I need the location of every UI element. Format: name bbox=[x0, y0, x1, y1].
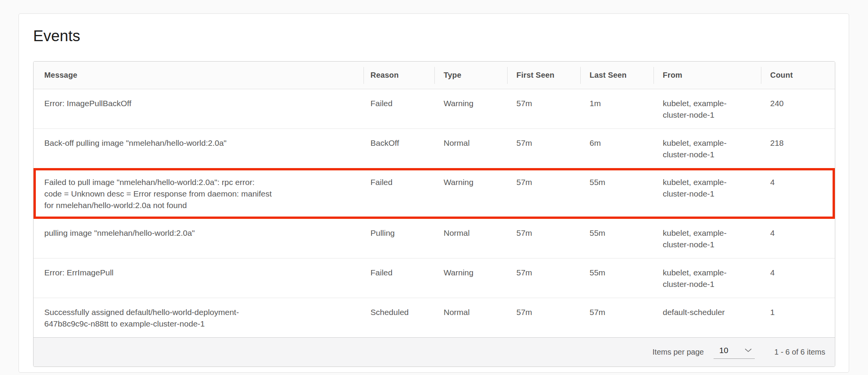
cell-text-last_seen: 55m bbox=[590, 267, 650, 278]
items-per-page-select[interactable]: 10 bbox=[714, 346, 755, 359]
cell-text-first_seen: 57m bbox=[516, 267, 576, 278]
cell-text-message: Error: ErrImagePull bbox=[44, 267, 273, 278]
cell-text-message: Successfully assigned default/hello-worl… bbox=[44, 307, 273, 330]
events-table: MessageReasonTypeFirst SeenLast SeenFrom… bbox=[33, 61, 835, 367]
cell-type: Normal bbox=[434, 219, 507, 258]
column-header-from: From bbox=[654, 62, 761, 89]
column-header-first_seen: First Seen bbox=[507, 62, 580, 89]
cell-text-last_seen: 1m bbox=[590, 98, 650, 109]
cell-first_seen: 57m bbox=[507, 298, 580, 337]
cell-message: Back-off pulling image "nmelehan/hello-w… bbox=[34, 129, 364, 168]
cell-reason: Pulling bbox=[364, 219, 434, 258]
cell-last_seen: 55m bbox=[580, 258, 654, 298]
cell-count: 1 bbox=[761, 298, 835, 337]
cell-first_seen: 57m bbox=[507, 219, 580, 258]
cell-text-type: Normal bbox=[444, 137, 503, 149]
table-row[interactable]: Back-off pulling image "nmelehan/hello-w… bbox=[34, 128, 835, 168]
cell-message: Failed to pull image "nmelehan/hello-wor… bbox=[36, 170, 364, 217]
items-per-page-value: 10 bbox=[719, 346, 728, 355]
table-row-highlighted[interactable]: Failed to pull image "nmelehan/hello-wor… bbox=[34, 168, 835, 219]
cell-type: Normal bbox=[434, 298, 507, 337]
cell-type: Warning bbox=[434, 89, 507, 128]
column-header-count: Count bbox=[761, 62, 835, 89]
cell-text-message: Error: ImagePullBackOff bbox=[44, 98, 273, 109]
cell-from: kubelet, example-cluster-node-1 bbox=[654, 89, 761, 128]
cell-last_seen: 6m bbox=[580, 129, 654, 168]
cell-text-count: 4 bbox=[770, 267, 831, 278]
cell-first_seen: 57m bbox=[507, 258, 580, 298]
cell-message: Successfully assigned default/hello-worl… bbox=[34, 298, 364, 337]
cell-text-reason: Failed bbox=[370, 177, 431, 188]
cell-text-count: 240 bbox=[770, 98, 831, 109]
cell-text-type: Warning bbox=[444, 98, 503, 109]
cell-text-first_seen: 57m bbox=[516, 227, 576, 239]
table-row[interactable]: Error: ImagePullBackOffFailedWarning57m1… bbox=[34, 89, 835, 128]
cell-first_seen: 57m bbox=[507, 170, 580, 217]
cell-last_seen: 55m bbox=[580, 219, 654, 258]
table-body: Error: ImagePullBackOffFailedWarning57m1… bbox=[34, 89, 835, 337]
cell-reason: Failed bbox=[364, 89, 434, 128]
cell-text-last_seen: 55m bbox=[590, 177, 650, 188]
cell-message: pulling image "nmelehan/hello-world:2.0a… bbox=[34, 219, 364, 258]
cell-last_seen: 57m bbox=[580, 298, 654, 337]
cell-message: Error: ImagePullBackOff bbox=[34, 89, 364, 128]
cell-text-reason: Failed bbox=[370, 98, 431, 109]
cell-text-from: kubelet, example-cluster-node-1 bbox=[663, 267, 747, 290]
cell-text-from: kubelet, example-cluster-node-1 bbox=[663, 227, 747, 250]
cell-text-from: kubelet, example-cluster-node-1 bbox=[663, 177, 747, 200]
cell-count: 218 bbox=[761, 129, 835, 168]
cell-count: 4 bbox=[761, 219, 835, 258]
cell-text-count: 1 bbox=[770, 307, 831, 318]
cell-text-last_seen: 6m bbox=[590, 137, 650, 149]
cell-text-from: default-scheduler bbox=[663, 307, 747, 318]
items-per-page-label: Items per page bbox=[652, 348, 704, 357]
column-header-type: Type bbox=[434, 62, 507, 89]
cell-count: 240 bbox=[761, 89, 835, 128]
cell-text-first_seen: 57m bbox=[516, 307, 576, 318]
cell-from: kubelet, example-cluster-node-1 bbox=[654, 129, 761, 168]
table-row[interactable]: Error: ErrImagePullFailedWarning57m55mku… bbox=[34, 258, 835, 298]
column-header-message: Message bbox=[34, 62, 364, 89]
table-row[interactable]: Successfully assigned default/hello-worl… bbox=[34, 298, 835, 337]
cell-count: 4 bbox=[761, 170, 833, 217]
column-header-reason: Reason bbox=[364, 62, 434, 89]
cell-type: Normal bbox=[434, 129, 507, 168]
cell-text-reason: BackOff bbox=[370, 137, 431, 149]
cell-text-first_seen: 57m bbox=[516, 177, 576, 188]
cell-text-message: Back-off pulling image "nmelehan/hello-w… bbox=[44, 137, 273, 149]
cell-reason: Scheduled bbox=[364, 298, 434, 337]
cell-text-reason: Scheduled bbox=[370, 307, 431, 318]
cell-from: kubelet, example-cluster-node-1 bbox=[654, 219, 761, 258]
cell-text-type: Warning bbox=[444, 267, 503, 278]
cell-last_seen: 1m bbox=[580, 89, 654, 128]
cell-reason: Failed bbox=[364, 170, 434, 217]
cell-text-from: kubelet, example-cluster-node-1 bbox=[663, 137, 747, 160]
events-card: Events MessageReasonTypeFirst SeenLast S… bbox=[18, 13, 849, 373]
pagination-range: 1 - 6 of 6 items bbox=[774, 348, 825, 357]
cell-reason: BackOff bbox=[364, 129, 434, 168]
cell-text-first_seen: 57m bbox=[516, 137, 576, 149]
table-row[interactable]: pulling image "nmelehan/hello-world:2.0a… bbox=[34, 219, 835, 258]
cell-from: default-scheduler bbox=[654, 298, 761, 337]
table-footer: Items per page 10 1 - 6 of 6 items bbox=[34, 337, 835, 367]
cell-text-reason: Pulling bbox=[370, 227, 431, 239]
cell-text-message: Failed to pull image "nmelehan/hello-wor… bbox=[44, 177, 273, 211]
cell-text-type: Normal bbox=[444, 307, 503, 318]
cell-last_seen: 55m bbox=[580, 170, 654, 217]
cell-text-count: 4 bbox=[770, 177, 829, 188]
cell-text-message: pulling image "nmelehan/hello-world:2.0a… bbox=[44, 227, 273, 239]
cell-first_seen: 57m bbox=[507, 89, 580, 128]
cell-text-first_seen: 57m bbox=[516, 98, 576, 109]
cell-reason: Failed bbox=[364, 258, 434, 298]
cell-first_seen: 57m bbox=[507, 129, 580, 168]
chevron-down-icon bbox=[745, 348, 752, 352]
cell-text-type: Normal bbox=[444, 227, 503, 239]
cell-text-count: 4 bbox=[770, 227, 831, 239]
page-title: Events bbox=[33, 27, 834, 45]
cell-text-type: Warning bbox=[444, 177, 503, 188]
cell-message: Error: ErrImagePull bbox=[34, 258, 364, 298]
cell-text-last_seen: 57m bbox=[590, 307, 650, 318]
column-header-last_seen: Last Seen bbox=[580, 62, 654, 89]
cell-type: Warning bbox=[434, 170, 507, 217]
cell-text-reason: Failed bbox=[370, 267, 431, 278]
